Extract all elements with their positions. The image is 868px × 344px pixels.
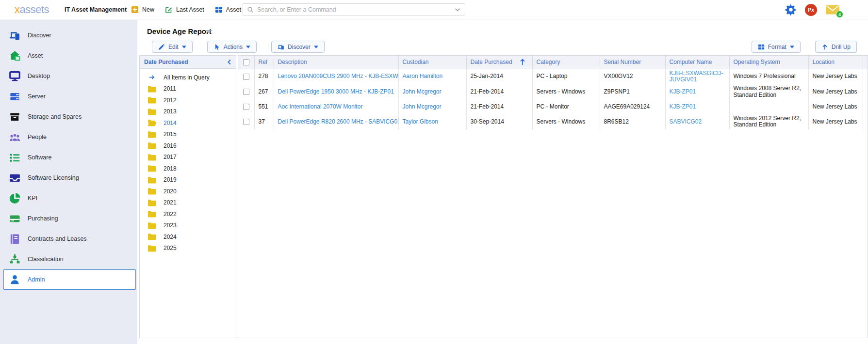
tree-item-year-2016[interactable]: 2016 [140, 140, 236, 152]
user-avatar[interactable]: Px [805, 4, 817, 16]
folder-icon [147, 210, 156, 218]
tree-item-label: 2023 [164, 222, 177, 229]
pencil-icon [158, 44, 165, 50]
search-input[interactable] [257, 6, 454, 13]
sidebar-item-discover[interactable]: Discover [0, 25, 137, 46]
custodian-link[interactable]: Taylor Gibson [403, 118, 438, 125]
quick-action-last-asset[interactable]: Last Asset [165, 6, 204, 14]
xassets-logo[interactable]: xassets [15, 3, 49, 16]
tree-item-year-2013[interactable]: 2013 [140, 106, 236, 118]
collapse-panel-chevron-icon[interactable] [227, 59, 232, 65]
column-header-custodian[interactable]: Custodian [398, 56, 466, 69]
cell-location: New Jersey Labs [808, 84, 863, 100]
sidebar-item-asset[interactable]: Asset [0, 46, 137, 66]
folder-icon [147, 165, 156, 172]
custodian-link[interactable]: Aaron Hamilton [403, 73, 443, 79]
row-checkbox[interactable] [243, 74, 249, 80]
description-link[interactable]: Lenovo 20AN009CUS 2900 MHz - KJB-ESXWASG… [278, 73, 399, 79]
cell-location: New Jersey Labs [808, 114, 863, 130]
cell-computer-name: KJB-ESXWASGICD-JUVGIV01 [665, 69, 729, 84]
sidebar-item-label: Software [28, 154, 51, 161]
cell-description: Aoc International 2070W Monitor [274, 100, 398, 114]
tree-item-all-items-in-query[interactable]: All Items in Query [140, 72, 236, 83]
column-header-category[interactable]: Category [532, 56, 600, 69]
sidebar-item-people[interactable]: People [0, 127, 137, 147]
chevron-down-icon [790, 46, 794, 48]
tree-item-year-2020[interactable]: 2020 [140, 186, 236, 197]
tree-item-year-2023[interactable]: 2023 [140, 220, 236, 232]
actions-button[interactable]: Actions [207, 41, 257, 53]
search-dropdown-chevron-icon[interactable] [454, 6, 461, 13]
select-all-checkbox[interactable] [243, 59, 249, 65]
row-checkbox[interactable] [243, 119, 249, 125]
tree-panel-title: Date Purchased [144, 59, 227, 65]
tree-item-year-2011[interactable]: 2011 [140, 83, 236, 95]
column-header-location[interactable]: Location [808, 56, 863, 69]
tree-item-year-2025[interactable]: 2025 [140, 243, 236, 254]
tree-item-label: 2015 [164, 131, 177, 138]
date-purchased-tree-panel: Date Purchased All Items in Query2011201… [139, 55, 236, 338]
column-header-description[interactable]: Description [274, 56, 398, 69]
table-row: 278Lenovo 20AN009CUS 2900 MHz - KJB-ESXW… [238, 69, 868, 84]
column-header-ref[interactable]: Ref [254, 56, 274, 69]
sidebar-item-admin[interactable]: Admin [3, 269, 136, 290]
tree-item-year-2019[interactable]: 2019 [140, 174, 236, 186]
column-header-computer-name[interactable]: Computer Name [665, 56, 729, 69]
description-link[interactable]: Dell PowerEdge R820 2600 MHz - SABVICG02 [278, 118, 399, 125]
tree-item-year-2021[interactable]: 2021 [140, 197, 236, 209]
cell-operating-system: Windows 7 Professional [729, 69, 808, 84]
tree-item-year-2018[interactable]: 2018 [140, 163, 236, 174]
drill-up-button[interactable]: Drill Up [815, 41, 857, 53]
column-header-operating-system[interactable]: Operating System [729, 56, 808, 69]
sidebar-item-contracts-and-leases[interactable]: Contracts and Leases [0, 229, 137, 249]
row-checkbox[interactable] [243, 89, 249, 95]
custodian-link[interactable]: John Mcgregor [403, 103, 442, 110]
sidebar-item-kpi[interactable]: KPI [0, 188, 137, 208]
server-icon [9, 91, 20, 102]
sidebar-item-software[interactable]: Software [0, 147, 137, 168]
card-icon [9, 213, 20, 224]
sidebar-item-desktop[interactable]: Desktop [0, 66, 137, 86]
format-button[interactable]: Format [752, 41, 801, 53]
discover-button[interactable]: Discover [271, 41, 325, 53]
quick-action-label: New [142, 6, 154, 13]
sidebar-item-label: Classification [28, 256, 64, 263]
cell-category: PC - Monitor [532, 100, 600, 114]
tree-item-year-2015[interactable]: 2015 [140, 129, 236, 141]
computer-name-link[interactable]: KJB-ZP01 [670, 88, 696, 95]
settings-gear-icon[interactable] [785, 4, 797, 16]
computer-name-link[interactable]: KJB-ESXWASGICD-JUVGIV01 [670, 70, 723, 83]
quick-action-new[interactable]: New [131, 6, 154, 14]
edit-button[interactable]: Edit [152, 41, 193, 53]
title-dropdown-caret-icon[interactable] [206, 30, 211, 33]
tree-item-year-2024[interactable]: 2024 [140, 231, 236, 243]
row-checkbox[interactable] [243, 104, 249, 110]
column-header-date-purchased[interactable]: Date Purchased [466, 56, 532, 69]
page-title: Device Age Report [147, 27, 212, 35]
computer-name-link[interactable]: SABVICG02 [670, 118, 702, 125]
tree-item-year-2022[interactable]: 2022 [140, 208, 236, 220]
messages-icon[interactable]: 4 [825, 4, 840, 15]
sidebar-item-software-licensing[interactable]: Software Licensing [0, 168, 137, 188]
cell-description: Lenovo 20AN009CUS 2900 MHz - KJB-ESXWASG… [274, 69, 398, 84]
sidebar-item-purchasing[interactable]: Purchasing [0, 208, 137, 229]
command-search[interactable] [243, 3, 465, 16]
tree-item-label: 2022 [164, 211, 177, 218]
devices-icon [9, 30, 20, 41]
person-icon [9, 274, 20, 285]
sidebar-item-storage-and-spares[interactable]: Storage and Spares [0, 107, 137, 127]
sidebar-item-label: Desktop [28, 73, 50, 79]
tree-panel-header: Date Purchased [140, 56, 236, 69]
description-link[interactable]: Aoc International 2070W Monitor [278, 103, 363, 110]
column-header-serial-number[interactable]: Serial Number [600, 56, 665, 69]
sidebar-item-classification[interactable]: Classification [0, 249, 137, 269]
custodian-link[interactable]: John Mcgregor [403, 88, 442, 95]
sidebar-item-server[interactable]: Server [0, 86, 137, 107]
description-link[interactable]: Dell PowerEdge 1950 3000 MHz - KJB-ZP01 [278, 88, 394, 95]
computer-name-link[interactable]: KJB-ZP01 [670, 103, 696, 110]
tree-item-year-2012[interactable]: 2012 [140, 94, 236, 106]
tree-item-year-2017[interactable]: 2017 [140, 152, 236, 163]
tree-item-year-2014[interactable]: 2014 [140, 117, 236, 129]
cell-serial-number: 8R6SB12 [600, 114, 665, 130]
table-row: 37Dell PowerEdge R820 2600 MHz - SABVICG… [238, 114, 868, 130]
